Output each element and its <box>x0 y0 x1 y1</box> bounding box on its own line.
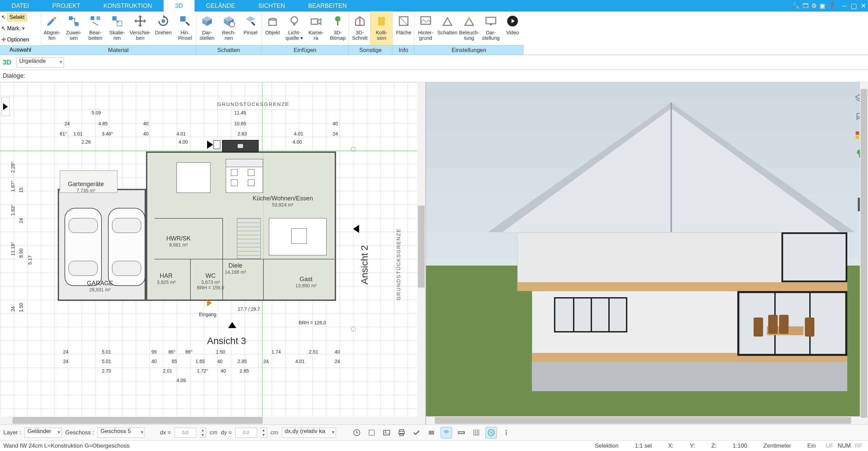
close-button[interactable]: ✕ <box>858 0 868 12</box>
plan-overlay: GRUNDSTÜCKSGRENZE GRUNDSTÜCKSGRENZE ±0.0… <box>0 82 417 416</box>
ruler-icon[interactable] <box>456 427 467 438</box>
scrollbar-vertical-3d[interactable] <box>860 82 868 425</box>
selekt-button[interactable]: Selekt <box>7 13 27 21</box>
tab-bearbeiten[interactable]: BEARBEITEN <box>297 0 358 12</box>
help-icon[interactable]: ❓ <box>828 2 835 10</box>
objekt-button[interactable]: Objekt <box>262 12 283 45</box>
layer-select[interactable]: Geländer <box>24 428 62 438</box>
view-3d[interactable] <box>426 82 868 425</box>
sonstige-group-label: Sonstige <box>349 45 392 55</box>
layer-combo[interactable]: Urgelände <box>16 57 64 68</box>
tab-3d[interactable]: 3D <box>164 0 195 12</box>
ansicht-3-title: Ansicht 3 <box>207 336 246 346</box>
check-icon[interactable] <box>411 427 422 438</box>
entrance-marker <box>207 300 212 306</box>
image-icon[interactable] <box>381 427 392 438</box>
status-uf: UF <box>824 443 836 449</box>
status-unit: Zentimeter <box>755 443 799 449</box>
svg-text:N: N <box>490 431 493 435</box>
status-rf: RF <box>853 443 865 449</box>
lichtquelle-button[interactable]: Licht- quelle ▾ <box>283 12 305 45</box>
drehen-button[interactable]: Drehen <box>152 12 174 45</box>
clock-icon[interactable] <box>351 427 363 438</box>
mark-button[interactable]: Mark. <box>7 25 21 32</box>
gear-icon[interactable]: ⚙ <box>811 2 817 10</box>
darstellen-button[interactable]: Dar- stellen <box>196 12 218 45</box>
svg-rect-28 <box>856 131 859 135</box>
svg-rect-22 <box>490 24 492 25</box>
room-wc-name: WC <box>197 272 224 279</box>
status-scale: 1:100 <box>725 443 756 449</box>
bearbeiten-button[interactable]: Bear- beiten <box>85 12 106 45</box>
ribbon-group-einstellungen: Hinter- grund Schatten Beleuch- tung Dar… <box>415 12 523 55</box>
stack-icon[interactable] <box>426 427 437 438</box>
snap-icon[interactable] <box>441 427 452 438</box>
flaeche-button[interactable]: Fläche <box>393 12 414 45</box>
hintergrund-button[interactable]: Hinter- grund <box>415 12 437 45</box>
svg-rect-11 <box>293 23 295 25</box>
rechnen-button[interactable]: Rech- nen <box>218 12 240 45</box>
dx-input[interactable] <box>174 428 196 438</box>
info-icon[interactable] <box>500 427 512 438</box>
schatten-settings-button[interactable]: Schatten <box>437 12 458 45</box>
svg-rect-21 <box>486 17 496 24</box>
tool-icon[interactable]: 🔧 <box>792 2 800 10</box>
menu-bar: DATEI PROJEKT KONSTRUKTION 3D GELÄNDE SI… <box>0 0 868 12</box>
3d-bitmap-button[interactable]: 3D- Bitmap <box>327 12 349 45</box>
scrollbar-horizontal-2d[interactable] <box>0 416 417 425</box>
cube-icon[interactable]: ▣ <box>819 2 825 10</box>
svg-rect-9 <box>269 20 276 25</box>
house-3d <box>488 103 855 397</box>
kollision-button[interactable]: Kolli- sion <box>371 12 392 45</box>
video-button[interactable]: Video <box>502 12 523 45</box>
tab-konstruktion[interactable]: KONSTRUKTION <box>92 0 164 12</box>
svg-rect-14 <box>337 22 338 25</box>
einfuegen-group-label: Einfügen <box>262 45 349 55</box>
dx-label: dx = <box>160 429 171 436</box>
dy-spinner[interactable]: ▲▼ <box>260 428 267 438</box>
darstellung-button[interactable]: Dar- stellung <box>480 12 502 45</box>
dy-input[interactable] <box>235 428 257 438</box>
ribbon-group-einfuegen: Objekt Licht- quelle ▾ Kame- ra 3D- Bitm… <box>262 12 349 55</box>
plus-icon: ✚ <box>1 36 6 43</box>
optionen-button[interactable]: Optionen <box>7 37 29 43</box>
print-icon[interactable] <box>396 427 407 438</box>
kamera-button[interactable]: Kame- ra <box>305 12 327 45</box>
bottom-toolbar: Layer : Geländer Geschoss : Geschoss 5 d… <box>0 425 868 440</box>
coord-mode-select[interactable]: dx,dy (relativ ka <box>282 428 336 438</box>
geschoss-select[interactable]: Geschoss 5 <box>97 428 145 438</box>
3d-schnitt-button[interactable]: 3D- Schnitt <box>349 12 371 45</box>
room-har-area: 3,925 m² <box>157 279 176 285</box>
tab-sichten[interactable]: SICHTEN <box>247 0 297 12</box>
context-bar: 3D Urgelände <box>0 55 868 70</box>
minimize-button[interactable]: ─ <box>839 0 849 12</box>
beleuchtung-button[interactable]: Beleuch- tung <box>458 12 480 45</box>
expand-panel-button[interactable] <box>1 97 10 116</box>
grid-icon[interactable] <box>470 427 482 438</box>
maximize-button[interactable]: ▢ <box>849 0 858 12</box>
room-diele-name: Diele <box>225 262 246 269</box>
ribbon: ↖Selekt ↖Mark.▾ ✚Optionen Auswahl Abgrei… <box>0 12 868 55</box>
pinsel-button[interactable]: Pinsel <box>240 12 261 45</box>
svg-point-44 <box>505 430 507 431</box>
ribbon-group-sonstige: 3D- Schnitt Kolli- sion Sonstige <box>349 12 392 55</box>
tab-gelaende[interactable]: GELÄNDE <box>195 0 247 12</box>
scrollbar-horizontal-3d[interactable] <box>426 416 860 425</box>
car-icon <box>64 208 102 286</box>
dx-spinner[interactable]: ▲▼ <box>200 428 206 438</box>
view-2d[interactable]: GRUNDSTÜCKSGRENZE GRUNDSTÜCKSGRENZE ±0.0… <box>0 82 426 425</box>
scrollbar-vertical-2d[interactable] <box>417 82 425 425</box>
selection-frame-icon[interactable] <box>366 427 377 438</box>
skalieren-button[interactable]: Skalie- ren <box>106 12 128 45</box>
tab-projekt[interactable]: PROJEKT <box>41 0 92 12</box>
tab-datei[interactable]: DATEI <box>0 0 41 12</box>
abgreifen-button[interactable]: Abgrei- fen <box>41 12 63 45</box>
north-icon[interactable]: N <box>485 427 497 438</box>
status-left: Wand IW 24cm L=Konstruktion G=Obergescho… <box>3 443 130 449</box>
svg-rect-35 <box>369 430 374 435</box>
verschieben-button[interactable]: Verschie- ben <box>128 12 152 45</box>
zuweisen-button[interactable]: Zuwei- sen <box>63 12 85 45</box>
hinpinsel-button[interactable]: Hin. Pinsel <box>174 12 196 45</box>
window-icon[interactable]: 🗔 <box>802 2 809 10</box>
status-num: NUM <box>836 443 853 449</box>
